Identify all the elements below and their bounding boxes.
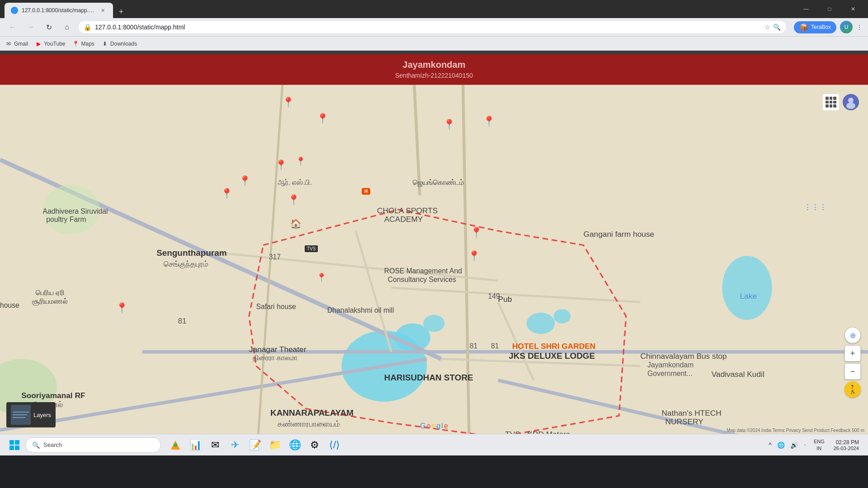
map-marker-vimal[interactable]: 📍 — [116, 302, 128, 314]
taskbar-search-label: Search — [43, 441, 62, 448]
street-view-button[interactable]: 🚶 — [844, 381, 861, 398]
map-marker-janagar[interactable]: 📍 — [221, 188, 233, 200]
location-button[interactable]: ⊕ — [844, 327, 861, 343]
bookmark-gmail-label: Gmail — [14, 41, 28, 47]
svg-rect-91 — [15, 446, 19, 450]
map-marker-dsp[interactable]: 📍 — [468, 250, 480, 262]
youtube-icon: ▶ — [35, 41, 42, 47]
map-marker-selvakumar[interactable]: 📍 — [316, 113, 329, 125]
map-marker-safari[interactable]: 📍 — [239, 175, 251, 187]
taskbar-app-1[interactable]: 📊 — [186, 436, 204, 454]
zoom-out-button[interactable]: − — [844, 363, 861, 380]
svg-point-3 — [423, 315, 444, 332]
map-marker-nathan[interactable]: 📍 — [470, 227, 482, 239]
taskbar-colorful-app[interactable] — [166, 436, 184, 454]
new-tab-button[interactable]: + — [115, 5, 127, 18]
svg-point-87 — [846, 103, 855, 109]
close-button[interactable]: ✕ — [843, 2, 863, 16]
svg-text:ஆர். எஸ்.பி.: ஆர். எஸ்.பி. — [278, 178, 312, 186]
map-marker-harisudhan[interactable]: 🏠 — [290, 218, 302, 229]
more-options-button[interactable]: ⋮ — [856, 23, 863, 31]
page-subtitle: Senthamizh-212221040150 — [5, 72, 863, 79]
tray-volume-icon[interactable]: 🔊 — [788, 440, 800, 450]
google-o1: o — [427, 422, 431, 430]
map-apps-button[interactable] — [823, 94, 839, 110]
active-tab[interactable]: 🌐 127.0.0.1:8000/static/mapp.htm ✕ — [5, 3, 113, 18]
svg-text:TVS - KRD Motors: TVS - KRD Motors — [505, 430, 570, 434]
svg-text:Gangani farm house: Gangani farm house — [583, 230, 654, 239]
svg-text:Safari house: Safari house — [256, 303, 297, 310]
map-area: 81 81 81 317 149 91 Sengunthapuram செங்க… — [0, 85, 868, 434]
bookmark-maps[interactable]: 📍 Maps — [73, 41, 94, 47]
map-marker-gangani[interactable]: 📍 — [443, 119, 455, 131]
refresh-button[interactable]: ↻ — [42, 20, 56, 34]
home-button[interactable]: ⌂ — [60, 20, 74, 34]
taskbar-search[interactable]: 🔍 Search — [25, 437, 161, 453]
address-bar[interactable]: 🔒 127.0.0.1:8000/static/mapp.html ☆ 🔍 — [78, 20, 787, 34]
map-marker-hotel[interactable]: H — [362, 188, 370, 195]
bookmark-downloads[interactable]: ⬇ Downloads — [102, 41, 137, 47]
svg-text:Aadhiveera Siruvidai: Aadhiveera Siruvidai — [42, 207, 108, 215]
map-marker-tvs[interactable]: TVS — [305, 245, 318, 252]
taskbar-app-telegram[interactable]: ✈ — [226, 436, 244, 454]
taskbar-app-chrome[interactable]: ⚙ — [306, 436, 324, 454]
taskbar-app-code[interactable]: ⟨/⟩ — [326, 436, 344, 454]
bookmarks-bar: ✉ Gmail ▶ YouTube 📍 Maps ⬇ Downloads — [0, 36, 868, 51]
minimize-button[interactable]: — — [796, 2, 816, 16]
google-logo: G o o g l e — [420, 422, 448, 430]
address-icons: ☆ 🔍 — [764, 23, 781, 31]
bookmark-youtube-label: YouTube — [44, 41, 65, 47]
language-indicator[interactable]: ENG IN — [812, 436, 826, 453]
terabox-button[interactable]: 📦 TeraBox — [794, 21, 836, 33]
taskbar-app-browser[interactable]: 🌐 — [286, 436, 304, 454]
tab-close-button[interactable]: ✕ — [99, 6, 107, 14]
svg-text:Government...: Government... — [647, 370, 693, 377]
map-marker-chola[interactable]: 📍 — [282, 97, 294, 108]
back-button[interactable]: ← — [5, 20, 20, 34]
gmail-icon: ✉ — [5, 41, 12, 47]
google-e: e — [444, 422, 448, 430]
bookmark-downloads-label: Downloads — [110, 41, 137, 47]
map-svg: 81 81 81 317 149 91 Sengunthapuram செங்க… — [0, 85, 868, 434]
start-button[interactable] — [5, 436, 24, 454]
tab-title: 127.0.0.1:8000/static/mapp.htm — [22, 7, 95, 14]
forward-button[interactable]: → — [24, 20, 38, 34]
maximize-button[interactable]: □ — [819, 2, 840, 16]
taskbar-app-files[interactable]: 📁 — [266, 436, 284, 454]
system-clock[interactable]: 02:28 PM 26-03-2024 — [830, 437, 863, 453]
bookmark-gmail[interactable]: ✉ Gmail — [5, 41, 28, 47]
svg-text:சூரியமணல்: சூரியமணல் — [32, 297, 68, 306]
hotel-marker-label: H — [362, 188, 370, 195]
maps-user-avatar[interactable] — [843, 94, 859, 110]
clock-time: 02:28 PM — [834, 439, 859, 446]
svg-text:ACADEMY: ACADEMY — [384, 215, 423, 224]
bookmark-star-icon[interactable]: ☆ — [764, 23, 770, 31]
zoom-in-button[interactable]: + — [844, 345, 861, 361]
map-marker-jks[interactable]: 📍 — [288, 194, 300, 206]
taskbar-app-2[interactable]: ✉ — [206, 436, 224, 454]
svg-text:Pub: Pub — [498, 295, 512, 304]
bookmark-youtube[interactable]: ▶ YouTube — [35, 41, 65, 47]
browser-chrome: 🌐 127.0.0.1:8000/static/mapp.htm ✕ + — □… — [0, 0, 868, 54]
search-icon[interactable]: 🔍 — [773, 23, 781, 31]
map-marker-far-right[interactable]: 📍 — [483, 116, 495, 127]
lang-code: ENG — [814, 438, 825, 445]
map-marker-rose[interactable]: 📍 — [296, 156, 306, 166]
sys-tray: ^ 🌐 🔊 ⬝ — [767, 440, 808, 450]
svg-point-4 — [527, 313, 555, 334]
map-marker-dhana[interactable]: 📍 — [275, 160, 287, 171]
svg-text:81: 81 — [470, 342, 477, 350]
layers-button[interactable]: Layers — [6, 402, 56, 427]
map-container[interactable]: 81 81 81 317 149 91 Sengunthapuram செங்க… — [0, 85, 868, 434]
profile-avatar[interactable]: U — [840, 21, 853, 33]
taskbar-search-icon: 🔍 — [32, 441, 40, 449]
svg-text:Janagar Theater: Janagar Theater — [249, 345, 307, 354]
svg-text:பெரிய ஏரி: பெரிய ஏரி — [36, 289, 65, 296]
layers-label: Layers — [33, 412, 51, 418]
tray-battery-icon[interactable]: ⬝ — [802, 440, 808, 450]
taskbar-app-notes[interactable]: 📝 — [246, 436, 264, 454]
tray-network-icon[interactable]: 🌐 — [775, 440, 787, 450]
map-marker-jayankonda[interactable]: 📍 — [316, 272, 326, 282]
tray-chevron-icon[interactable]: ^ — [767, 440, 774, 450]
google-l: l — [441, 422, 443, 430]
